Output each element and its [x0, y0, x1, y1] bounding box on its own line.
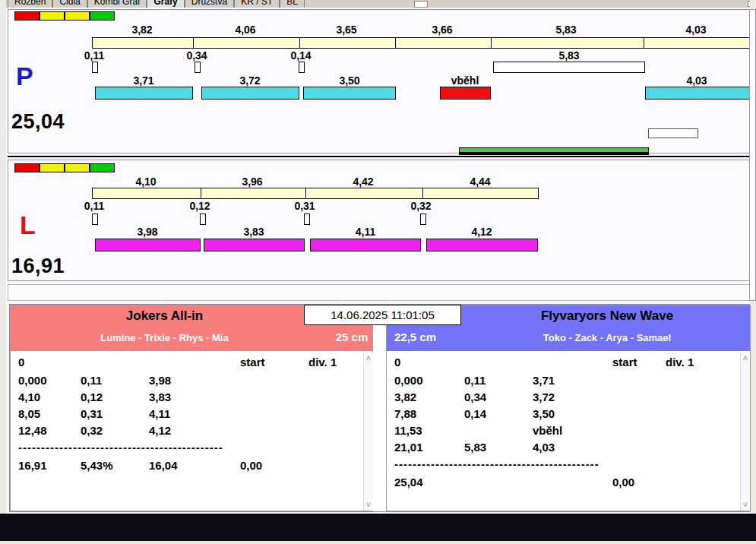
long-segment-box: [493, 62, 645, 73]
start-time-label: 0,34: [186, 49, 207, 62]
teams-section: Jokers All-in Lumine - Trixie - Rhys - M…: [9, 304, 750, 512]
light-yellow-icon: [40, 163, 65, 172]
dog-time-bar: [95, 239, 201, 251]
table-cell: 0,12: [81, 391, 103, 403]
table-separator: ----------------------------------------…: [394, 457, 615, 470]
lane-split-label: 4,03: [685, 24, 706, 36]
table-cell: 8,05: [18, 407, 40, 420]
lane-letter-l: L: [20, 212, 36, 238]
right-edge-strip[interactable]: [749, 9, 756, 301]
table-cell: 21,01: [394, 441, 423, 454]
dog-time-bar: [426, 239, 538, 251]
start-tick: [195, 62, 201, 73]
table-col-start: start: [612, 356, 637, 368]
right-jump-height: 22,5 cm: [394, 331, 448, 343]
lane-split-label: 3,96: [242, 176, 262, 188]
scroll-down-icon[interactable]: ˅: [741, 501, 750, 509]
start-tick: [420, 213, 426, 225]
table-cell: 5,83: [464, 441, 486, 454]
start-time-label: 0,14: [290, 49, 311, 62]
graph-panel-l: 4,10 3,96 4,42 4,44 0,11 0,12 0,31 0,32 …: [8, 160, 750, 281]
tab-grafy[interactable]: Grafy: [147, 0, 184, 8]
light-green-icon: [90, 11, 115, 21]
dog-time-bar: [95, 87, 193, 100]
table-col-div: div. 1: [308, 356, 337, 368]
start-tick: [92, 213, 98, 225]
lane-split-label: 3,82: [131, 24, 152, 36]
table-cell: 4,12: [149, 424, 171, 437]
tab-rozbeh[interactable]: Rozběh: [8, 0, 52, 8]
tab-kr-st[interactable]: KR / ST: [234, 0, 280, 8]
table-total: 16,04: [149, 459, 178, 472]
lane-split-label: 4,42: [353, 176, 373, 188]
table-col-start: start: [240, 356, 265, 368]
dog-time-label: 4,12: [471, 226, 492, 238]
left-table-scrollbar[interactable]: ˄ ˅: [363, 353, 373, 511]
start-tick: [92, 62, 98, 73]
table-total: 0,00: [240, 459, 262, 472]
lane-split-label: 5,83: [555, 24, 576, 36]
table-cell: vběhl: [533, 424, 562, 437]
tab-cidla[interactable]: Čidla: [52, 0, 87, 8]
table-cell: 0,11: [81, 374, 102, 387]
datetime-display: 14.06.2025 11:01:05: [304, 305, 461, 325]
progress-underline: [459, 153, 649, 155]
left-team-members: Lumine - Trixie - Rhys - Mia: [11, 332, 318, 343]
right-table-scrollbar[interactable]: ˄ ˅: [740, 353, 750, 511]
table-cell: 0,000: [394, 374, 423, 387]
lane-split-label: 4,06: [235, 24, 255, 36]
start-lights-l: [14, 163, 115, 177]
window-control-stub[interactable]: [748, 1, 750, 7]
table-cell: 4,11: [149, 407, 170, 420]
status-box-p: [648, 128, 698, 138]
dog-time-label: 3,71: [133, 74, 153, 87]
table-cell: 3,83: [149, 391, 171, 403]
light-yellow2-icon: [65, 163, 90, 172]
lane-segment-bar-l: [92, 188, 539, 199]
lane-split-label: 4,44: [470, 176, 490, 188]
graph-panel-p: 3,82 4,06 3,65 3,66 5,83 4,03 0,11 0,34 …: [8, 9, 750, 153]
start-time-label: 0,12: [189, 200, 210, 212]
left-jump-height: 25 cm: [330, 331, 374, 343]
lane-segment-bar-p: [92, 37, 750, 49]
right-team-name: Flyvaryors New Wave: [463, 308, 751, 324]
scroll-up-icon[interactable]: ˄: [364, 354, 373, 362]
bottom-dock-bar: [0, 514, 756, 541]
start-lights-p: [14, 11, 115, 25]
light-red-icon: [14, 163, 40, 172]
table-cell: 0: [394, 356, 400, 368]
dog-time-bar: [303, 87, 396, 100]
dog-fault-label: vběhl: [451, 74, 479, 87]
dog-time-label: 3,98: [137, 226, 157, 238]
scroll-up-icon[interactable]: ˄: [741, 354, 750, 362]
left-team-name: Jokers All-in: [11, 308, 318, 324]
table-cell: 3,72: [533, 391, 555, 403]
table-cell: 0,000: [18, 374, 47, 387]
start-tick: [304, 213, 310, 225]
tab-druzstva[interactable]: Družstva: [185, 0, 234, 8]
dog-fault-bar: [440, 87, 491, 100]
start-tick: [200, 213, 206, 225]
table-cell: 0,11: [464, 374, 486, 387]
table-total: 25,04: [394, 476, 423, 489]
scroll-down-icon[interactable]: ˅: [364, 501, 373, 509]
dog-time-bar: [645, 87, 750, 100]
table-cell: 11,53: [394, 424, 422, 437]
dog-time-bar: [204, 239, 305, 251]
tab-bl[interactable]: BL: [280, 0, 305, 8]
light-red-icon: [14, 11, 40, 21]
total-time-l: 16,91: [11, 255, 65, 278]
table-cell: 0,31: [81, 407, 103, 420]
table-cell: 7,88: [394, 407, 416, 420]
tab-bar-button[interactable]: [414, 1, 428, 8]
table-cell: 4,10: [18, 391, 40, 403]
dog-time-bar: [310, 239, 421, 251]
tab-kombi-graf[interactable]: Kombi Graf: [87, 0, 147, 8]
app-window: Rozběh Čidla Kombi Graf Grafy Družstva K…: [0, 0, 756, 544]
dog-time-label: 4,03: [686, 74, 707, 87]
table-total: 5,43%: [81, 459, 113, 472]
light-yellow2-icon: [65, 11, 90, 21]
panel-separator-line: [8, 156, 750, 157]
left-team-panel: Jokers All-in Lumine - Trixie - Rhys - M…: [10, 305, 373, 511]
table-col-div: div. 1: [666, 356, 694, 368]
